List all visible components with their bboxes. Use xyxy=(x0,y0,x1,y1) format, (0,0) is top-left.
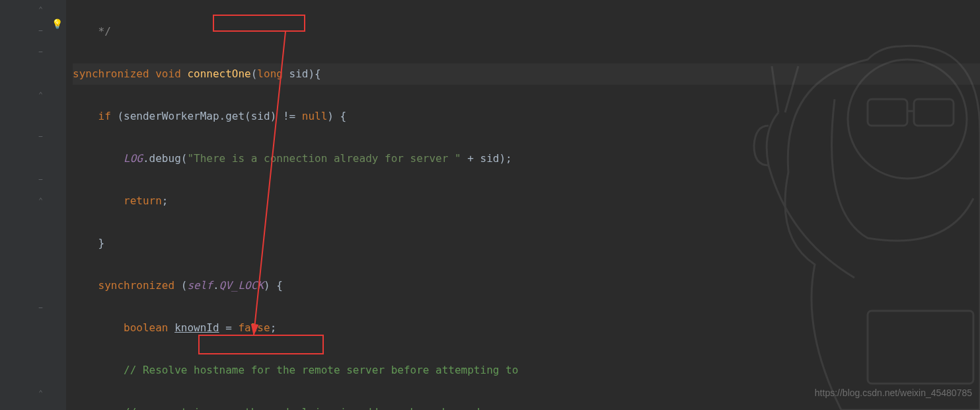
fold-toggle-icon[interactable]: − xyxy=(36,26,45,35)
fold-end-icon[interactable]: ⌃ xyxy=(36,196,45,205)
code-line: } xyxy=(73,233,980,254)
fold-end-icon[interactable]: ⌃ xyxy=(36,5,45,14)
code-line: synchronized void connectOne(long sid){ xyxy=(73,63,980,85)
code-line: if (senderWorkerMap.get(sid) != null) { xyxy=(73,106,980,127)
code-line: // Resolve hostname for the remote serve… xyxy=(73,360,980,381)
intention-bulb-icon[interactable]: 💡 xyxy=(52,19,63,28)
code-line: return; xyxy=(73,190,980,212)
fold-end-icon[interactable]: ⌃ xyxy=(36,91,45,99)
watermark-text: https://blog.csdn.net/weixin_45480785 xyxy=(815,382,972,403)
code-line: */ xyxy=(73,21,980,42)
fold-toggle-icon[interactable]: − xyxy=(36,304,45,312)
code-editor[interactable]: */ synchronized void connectOne(long sid… xyxy=(73,0,980,410)
fold-end-icon[interactable]: ⌃ xyxy=(36,389,45,397)
fold-toggle-icon[interactable]: − xyxy=(36,48,45,56)
code-line: LOG.debug("There is a connection already… xyxy=(73,148,980,169)
fold-toggle-icon[interactable]: − xyxy=(36,132,45,141)
fold-toggle-icon[interactable]: − xyxy=(36,175,45,184)
editor-gutter: 💡 ⌃ − − ⌃ − − ⌃ − ⌃ xyxy=(0,0,66,410)
code-line: boolean knownId = false; xyxy=(73,317,980,339)
code-line: synchronized (self.QV_LOCK) { xyxy=(73,275,980,296)
